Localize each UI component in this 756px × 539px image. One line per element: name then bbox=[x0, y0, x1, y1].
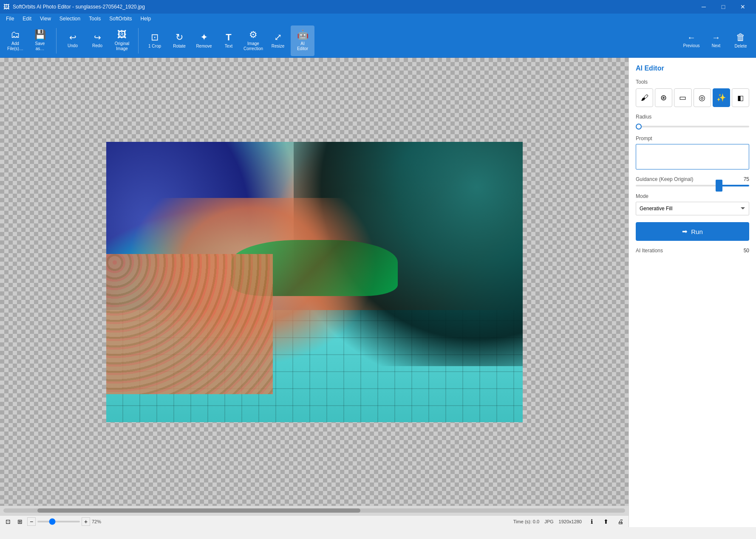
share-button[interactable]: ⬆ bbox=[601, 517, 611, 526]
maximize-button[interactable]: □ bbox=[714, 0, 733, 14]
canvas-scrollbar bbox=[0, 506, 629, 515]
info-button[interactable]: ℹ bbox=[587, 517, 596, 526]
remove-icon: ✦ bbox=[200, 33, 208, 42]
menu-bar: File Edit View Selection Tools SoftOrbit… bbox=[0, 14, 756, 24]
actual-size-button[interactable]: ⊞ bbox=[15, 517, 25, 526]
zoom-slider[interactable] bbox=[37, 521, 80, 522]
add-files-button[interactable]: 🗂 AddFile(s)… bbox=[3, 25, 27, 56]
scroll-thumb[interactable] bbox=[37, 508, 360, 513]
zoom-in-button[interactable]: + bbox=[82, 517, 90, 526]
zoom-controls: − + 72% bbox=[27, 517, 101, 526]
status-left: ⊡ ⊞ − + 72% bbox=[3, 517, 510, 526]
scroll-track[interactable] bbox=[3, 508, 625, 513]
toolbar-history-group: ↩ Undo ↪ Redo 🖼 OriginalImage bbox=[61, 25, 134, 56]
toolbar: 🗂 AddFile(s)… 💾 Saveas… ↩ Undo ↪ Redo 🖼 … bbox=[0, 24, 756, 58]
run-icon: ➡ bbox=[682, 228, 688, 235]
toolbar-right: ← Previous → Next 🗑 Delete bbox=[680, 25, 753, 56]
title-bar-controls: ─ □ ✕ bbox=[694, 0, 753, 14]
menu-file[interactable]: File bbox=[2, 15, 18, 23]
crop-icon: ⊡ bbox=[151, 33, 159, 42]
ai-editor-button[interactable]: 🤖 AIEditor bbox=[291, 25, 314, 56]
redo-icon: ↪ bbox=[94, 33, 101, 42]
original-image-label: OriginalImage bbox=[115, 41, 129, 51]
close-button[interactable]: ✕ bbox=[733, 0, 753, 14]
next-button[interactable]: → Next bbox=[704, 25, 728, 56]
ai-editor-label: AIEditor bbox=[297, 41, 308, 51]
app-icon: 🖼 bbox=[3, 3, 9, 10]
brush-tool-button[interactable]: 🖌 bbox=[636, 88, 653, 107]
title-bar: 🖼 SoftOrbits AI Photo Editor - sunglasse… bbox=[0, 0, 756, 14]
add-files-icon: 🗂 bbox=[11, 30, 20, 40]
radius-slider[interactable] bbox=[636, 126, 749, 127]
image-correction-icon: ⚙ bbox=[249, 30, 258, 40]
menu-edit[interactable]: Edit bbox=[18, 15, 36, 23]
brush-icon: 🖌 bbox=[641, 93, 648, 102]
panel-tools-row: 🖌 ⊛ ▭ ◎ ✨ ◧ bbox=[636, 88, 749, 107]
status-bar: ⊡ ⊞ − + 72% Time (s): 0.0 JPG 1920x1280 … bbox=[0, 515, 629, 527]
previous-label: Previous bbox=[683, 43, 700, 48]
main-area: ⊡ ⊞ − + 72% Time (s): 0.0 JPG 1920x1280 … bbox=[0, 58, 756, 527]
lasso-icon: ⊛ bbox=[660, 93, 667, 102]
menu-help[interactable]: Help bbox=[136, 15, 156, 23]
iterations-label: AI Iterations bbox=[636, 248, 663, 254]
crop-button[interactable]: ⊡ 1 Crop bbox=[143, 25, 167, 56]
previous-button[interactable]: ← Previous bbox=[680, 25, 703, 56]
menu-tools[interactable]: Tools bbox=[85, 15, 105, 23]
print-button[interactable]: 🖨 bbox=[616, 517, 625, 526]
radius-label-row: Radius bbox=[636, 114, 749, 120]
run-button[interactable]: ➡ Run bbox=[636, 222, 749, 241]
app-title: SoftOrbits AI Photo Editor - sunglasses-… bbox=[13, 4, 145, 10]
ai-editor-icon: 🤖 bbox=[297, 30, 309, 40]
canvas-container[interactable] bbox=[0, 58, 629, 506]
zoom-out-button[interactable]: − bbox=[27, 517, 36, 526]
ai-brush-tool-button[interactable]: ✨ bbox=[713, 88, 730, 107]
resize-button[interactable]: ⤢ Resize bbox=[266, 25, 290, 56]
dimensions-label: 1920x1280 bbox=[559, 519, 582, 524]
mode-select[interactable]: Generative Fill Inpainting Outpainting bbox=[636, 202, 749, 215]
original-image-icon: 🖼 bbox=[117, 30, 127, 40]
undo-icon: ↩ bbox=[69, 33, 76, 42]
prompt-textarea[interactable] bbox=[636, 144, 749, 169]
rotate-button[interactable]: ↻ Rotate bbox=[167, 25, 191, 56]
guidance-slider[interactable] bbox=[636, 185, 749, 186]
radius-label: Radius bbox=[636, 114, 651, 120]
status-right: Time (s): 0.0 JPG 1920x1280 ℹ ⬆ 🖨 bbox=[513, 517, 625, 526]
iterations-row: AI Iterations 50 bbox=[636, 248, 749, 254]
toolbar-sep-1 bbox=[56, 28, 57, 54]
remove-button[interactable]: ✦ Remove bbox=[192, 25, 216, 56]
fit-view-button[interactable]: ⊡ bbox=[3, 517, 13, 526]
delete-icon: 🗑 bbox=[736, 33, 745, 42]
save-as-label: Saveas… bbox=[35, 41, 45, 51]
format-label: JPG bbox=[544, 519, 553, 524]
text-button[interactable]: T Text bbox=[217, 25, 241, 56]
toolbar-sep-2 bbox=[138, 28, 139, 54]
image-correction-button[interactable]: ⚙ ImageCorrection bbox=[241, 25, 265, 56]
save-as-button[interactable]: 💾 Saveas… bbox=[28, 25, 52, 56]
next-icon: → bbox=[712, 33, 720, 42]
undo-button[interactable]: ↩ Undo bbox=[61, 25, 85, 56]
rotate-icon: ↻ bbox=[176, 33, 183, 42]
eraser-icon: ◧ bbox=[737, 94, 744, 102]
undo-label: Undo bbox=[68, 43, 78, 48]
menu-selection[interactable]: Selection bbox=[55, 15, 85, 23]
eraser-tool-button[interactable]: ◧ bbox=[732, 88, 749, 107]
radius-section: Radius bbox=[636, 114, 749, 129]
minimize-button[interactable]: ─ bbox=[694, 0, 714, 14]
delete-button[interactable]: 🗑 Delete bbox=[729, 25, 753, 56]
remove-label: Remove bbox=[196, 44, 212, 49]
original-image-button[interactable]: 🖼 OriginalImage bbox=[110, 25, 134, 56]
tools-section-label: Tools bbox=[636, 79, 749, 85]
polygon-icon: ◎ bbox=[699, 93, 705, 102]
menu-view[interactable]: View bbox=[36, 15, 55, 23]
right-panel: AI Editor Tools 🖌 ⊛ ▭ ◎ ✨ ◧ bbox=[629, 58, 756, 527]
polygon-tool-button[interactable]: ◎ bbox=[694, 88, 711, 107]
menu-softorbits[interactable]: SoftOrbits bbox=[105, 15, 136, 23]
redo-button[interactable]: ↪ Redo bbox=[85, 25, 109, 56]
title-bar-left: 🖼 SoftOrbits AI Photo Editor - sunglasse… bbox=[3, 3, 145, 10]
panel-title: AI Editor bbox=[636, 65, 749, 72]
toolbar-file-group: 🗂 AddFile(s)… 💾 Saveas… bbox=[3, 25, 52, 56]
rect-select-tool-button[interactable]: ▭ bbox=[674, 88, 691, 107]
previous-icon: ← bbox=[687, 33, 696, 42]
lasso-tool-button[interactable]: ⊛ bbox=[655, 88, 672, 107]
resize-icon: ⤢ bbox=[274, 33, 282, 42]
